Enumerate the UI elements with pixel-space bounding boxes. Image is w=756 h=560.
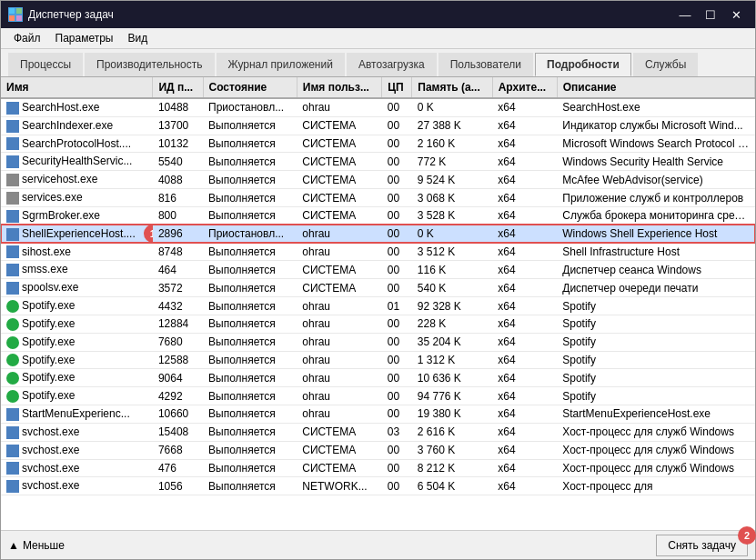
process-state: Выполняется — [203, 135, 297, 153]
badge-1: 1 — [144, 225, 153, 243]
col-mem[interactable]: Память (а... — [412, 77, 492, 98]
process-icon-blue — [6, 245, 19, 258]
process-arch: x64 — [492, 477, 557, 495]
process-state: Выполняется — [203, 387, 297, 405]
window-controls[interactable]: — ☐ ✕ — [673, 5, 748, 25]
process-arch: x64 — [492, 189, 557, 207]
table-row[interactable]: SgrmBroker.exe 800 Выполняется СИСТЕМА 0… — [1, 206, 755, 225]
table-row[interactable]: svchost.exe 1056 Выполняется NETWORK... … — [1, 477, 755, 495]
tab-startup[interactable]: Автозагрузка — [347, 53, 437, 76]
process-pid: 9064 — [153, 369, 203, 387]
col-user[interactable]: Имя польз... — [297, 77, 381, 98]
menu-parameters[interactable]: Параметры — [48, 30, 121, 46]
col-cpu[interactable]: ЦП — [382, 77, 412, 98]
process-desc: Служба брокера мониторинга сред... — [557, 206, 754, 225]
process-cpu: 00 — [382, 477, 412, 495]
table-row[interactable]: Spotify.exe 9064 Выполняется ohrau 00 10… — [1, 369, 755, 387]
table-row[interactable]: Spotify.exe 4432 Выполняется ohrau 01 92… — [1, 297, 755, 315]
process-user: ohrau — [297, 243, 381, 261]
table-row[interactable]: svchost.exe 7668 Выполняется СИСТЕМА 00 … — [1, 441, 755, 459]
table-row[interactable]: Spotify.exe 12588 Выполняется ohrau 00 1… — [1, 351, 755, 369]
process-icon-blue — [6, 480, 19, 493]
process-name: sihost.exe — [1, 243, 153, 261]
tab-users[interactable]: Пользователи — [438, 53, 533, 76]
table-row[interactable]: SearchIndexer.exe 13700 Выполняется СИСТ… — [1, 116, 755, 135]
process-cpu: 00 — [382, 279, 412, 297]
process-cpu: 00 — [382, 135, 412, 153]
process-cpu: 00 — [382, 387, 412, 405]
minimize-button[interactable]: — — [673, 5, 697, 25]
process-user: СИСТЕМА — [297, 153, 381, 171]
badge-2: 2 — [738, 526, 756, 545]
collapse-label: Меньше — [23, 539, 65, 552]
process-user: СИСТЕМА — [297, 459, 381, 477]
title-bar: Диспетчер задач — ☐ ✕ — [1, 1, 755, 28]
process-arch: x64 — [492, 441, 557, 459]
table-row[interactable]: servicehost.exe 4088 Выполняется СИСТЕМА… — [1, 171, 755, 189]
process-user: ohrau — [297, 225, 381, 243]
chevron-up-icon: ▲ — [8, 539, 19, 552]
process-state: Выполняется — [203, 243, 297, 261]
close-button[interactable]: ✕ — [724, 5, 748, 25]
task-manager-window: Диспетчер задач — ☐ ✕ Файл Параметры Вид… — [0, 0, 756, 560]
table-row[interactable]: sihost.exe 8748 Выполняется ohrau 00 3 5… — [1, 243, 755, 261]
process-state: Выполняется — [203, 153, 297, 171]
table-row[interactable]: ShellExperienceHost....1 2896 Приостанов… — [1, 225, 755, 243]
menu-file[interactable]: Файл — [6, 30, 48, 46]
process-name: svchost.exe — [1, 441, 153, 459]
tab-app-history[interactable]: Журнал приложений — [217, 53, 345, 76]
process-state: Приостановл... — [203, 98, 297, 116]
process-cpu: 00 — [382, 459, 412, 477]
process-desc: Shell Infrastructure Host — [557, 243, 754, 261]
col-state[interactable]: Состояние — [203, 77, 297, 98]
col-pid[interactable]: ИД п... — [153, 77, 203, 98]
tab-details[interactable]: Подробности — [535, 53, 631, 76]
table-row[interactable]: svchost.exe 15408 Выполняется СИСТЕМА 03… — [1, 423, 755, 441]
table-row[interactable]: services.exe 816 Выполняется СИСТЕМА 00 … — [1, 189, 755, 207]
table-row[interactable]: Spotify.exe 12884 Выполняется ohrau 00 2… — [1, 315, 755, 333]
table-row[interactable]: smss.exe 464 Выполняется СИСТЕМА 00 116 … — [1, 261, 755, 279]
process-cpu: 00 — [382, 441, 412, 459]
col-desc[interactable]: Описание — [557, 77, 754, 98]
end-task-button[interactable]: Снять задачу 2 — [656, 535, 748, 556]
process-pid: 800 — [153, 206, 203, 225]
menu-view[interactable]: Вид — [120, 30, 155, 46]
process-icon-blue — [6, 462, 19, 475]
svg-rect-0 — [9, 8, 15, 14]
process-name: svchost.exe — [1, 459, 153, 477]
process-cpu: 00 — [382, 369, 412, 387]
tab-processes[interactable]: Процессы — [8, 53, 83, 76]
process-mem: 2 160 K — [412, 135, 492, 153]
process-desc: Диспетчер очереди печати — [557, 279, 754, 297]
table-header-row: Имя ИД п... Состояние Имя польз... ЦП Па… — [1, 77, 755, 98]
collapse-button[interactable]: ▲ Меньше — [8, 539, 65, 552]
process-mem: 10 636 K — [412, 369, 492, 387]
process-arch: x64 — [492, 135, 557, 153]
process-arch: x64 — [492, 297, 557, 315]
col-name[interactable]: Имя — [1, 77, 153, 98]
table-row[interactable]: StartMenuExperienc... 10660 Выполняется … — [1, 405, 755, 424]
process-name: Spotify.exe — [1, 387, 153, 405]
process-state: Выполняется — [203, 477, 297, 495]
process-arch: x64 — [492, 315, 557, 333]
process-arch: x64 — [492, 261, 557, 279]
table-row[interactable]: Spotify.exe 7680 Выполняется ohrau 00 35… — [1, 333, 755, 351]
table-row[interactable]: Spotify.exe 4292 Выполняется ohrau 00 94… — [1, 387, 755, 405]
process-pid: 10488 — [153, 98, 203, 116]
table-row[interactable]: SearchProtocolHost.... 10132 Выполняется… — [1, 135, 755, 153]
tab-services[interactable]: Службы — [633, 53, 698, 76]
process-arch: x64 — [492, 153, 557, 171]
process-arch: x64 — [492, 387, 557, 405]
process-mem: 772 K — [412, 153, 492, 171]
table-row[interactable]: svchost.exe 476 Выполняется СИСТЕМА 00 8… — [1, 459, 755, 477]
table-row[interactable]: spoolsv.exe 3572 Выполняется СИСТЕМА 00 … — [1, 279, 755, 297]
table-row[interactable]: SecurityHealthServic... 5540 Выполняется… — [1, 153, 755, 171]
process-mem: 2 616 K — [412, 423, 492, 441]
tab-performance[interactable]: Производительность — [85, 53, 214, 76]
process-name: spoolsv.exe — [1, 279, 153, 297]
maximize-button[interactable]: ☐ — [699, 5, 722, 25]
col-arch[interactable]: Архите... — [492, 77, 557, 98]
process-table: Имя ИД п... Состояние Имя польз... ЦП Па… — [1, 77, 755, 495]
process-pid: 816 — [153, 189, 203, 207]
table-row[interactable]: SearchHost.exe 10488 Приостановл... ohra… — [1, 98, 755, 116]
